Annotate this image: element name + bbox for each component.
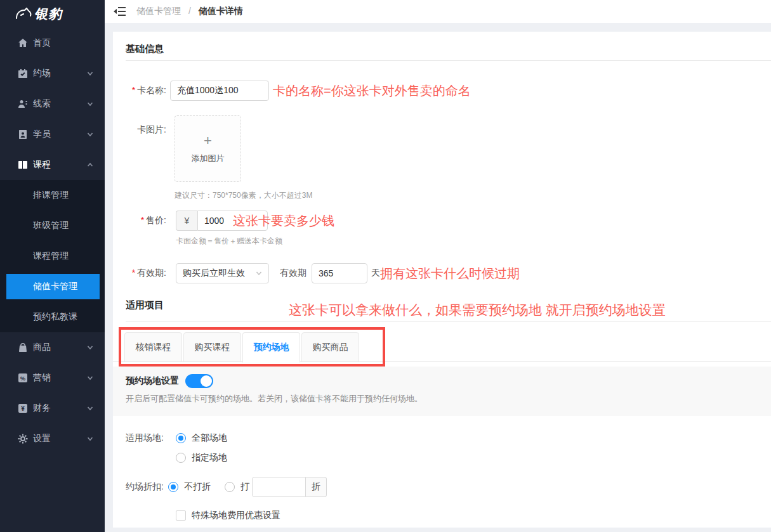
chevron-down-icon [256, 270, 262, 276]
validity-row: *有效期: 购买后立即生效 有效期 天 拥有这张卡什么时候过期 [113, 263, 520, 283]
price-row: *售价: ¥ 这张卡要卖多少钱 [113, 211, 334, 231]
chevron-down-icon [87, 70, 93, 77]
radio-no-discount-label[interactable]: 不打折 [184, 481, 211, 493]
venue-scope-row2: 指定场地 [113, 448, 227, 468]
plus-icon: + [204, 134, 212, 148]
radio-all-venues-label[interactable]: 全部场地 [192, 432, 227, 444]
section-divider [126, 321, 771, 322]
content-card: 基础信息 *卡名称: 卡的名称=你这张卡对外售卖的命名 卡图片: + 添加图片 … [113, 32, 771, 528]
required-asterisk: * [141, 215, 144, 225]
leads-icon [18, 99, 28, 109]
courses-submenu: 排课管理 班级管理 课程管理 储值卡管理 预约私教课 [0, 180, 105, 332]
sidebar-item-finance[interactable]: ¥ 财务 [0, 393, 105, 424]
radio-all-venues[interactable] [176, 433, 186, 443]
sidebar-item-home[interactable]: 首页 [0, 28, 105, 58]
validity-annotation: 拥有这张卡什么时候过期 [380, 265, 520, 282]
tab-label: 购买课程 [195, 342, 230, 353]
sidebar-item-courses[interactable]: 课程 [0, 150, 105, 180]
chevron-down-icon [87, 101, 93, 107]
chevron-down-icon [87, 375, 93, 381]
radio-specific-venues[interactable] [176, 453, 186, 463]
card-image-label: 卡图片: [113, 115, 166, 136]
section-title-applicable: 适用项目 [126, 299, 164, 311]
sidebar-item-marketing[interactable]: % 营销 [0, 363, 105, 393]
breadcrumb-current: 储值卡详情 [199, 6, 243, 16]
sub-item-label: 预约私教课 [33, 311, 77, 323]
chevron-down-icon [87, 405, 93, 412]
finance-icon: ¥ [18, 403, 28, 413]
card-name-input[interactable] [170, 81, 269, 101]
required-asterisk: * [132, 268, 135, 278]
svg-text:¥: ¥ [21, 405, 25, 412]
leopard-logo-icon [15, 7, 32, 21]
sidebar: 银豹 首页 约场 线索 学员 课程 排课管理 班级管理 课程管理 储值卡管理 预… [0, 0, 105, 532]
sidebar-item-booking[interactable]: 约场 [0, 58, 105, 89]
main-area: 储值卡管理 / 储值卡详情 基础信息 *卡名称: 卡的名称=你这张卡对外售卖的命… [105, 0, 771, 532]
price-annotation: 这张卡要卖多少钱 [233, 212, 334, 230]
sidebar-item-label: 设置 [33, 433, 87, 444]
radio-no-discount[interactable] [168, 482, 178, 492]
chevron-down-icon [87, 436, 93, 442]
card-name-row: *卡名称: 卡的名称=你这张卡对外售卖的命名 [113, 81, 471, 101]
special-venue-checkbox-label[interactable]: 特殊场地费用优惠设置 [192, 510, 280, 521]
sidebar-item-label: 营销 [33, 372, 87, 384]
tab-buy-goods[interactable]: 购买商品 [301, 332, 359, 362]
sidebar-item-leads[interactable]: 线索 [0, 89, 105, 119]
radio-discount[interactable] [225, 482, 235, 492]
logo-text: 银豹 [34, 5, 62, 23]
special-venue-checkbox[interactable] [176, 510, 186, 521]
validity-days-input[interactable] [312, 263, 367, 283]
section-title-basic-info: 基础信息 [126, 43, 164, 55]
sub-item-label: 排课管理 [33, 190, 69, 201]
sidebar-item-settings[interactable]: 设置 [0, 424, 105, 454]
validity-label: *有效期: [113, 268, 166, 279]
discount-prefix[interactable]: 打 [241, 481, 249, 493]
sidebar-item-schedule-mgmt[interactable]: 排课管理 [0, 180, 105, 211]
sidebar-item-storedcard-mgmt[interactable]: 储值卡管理 [6, 274, 100, 299]
validity-unit: 天 [371, 268, 380, 279]
discount-label: 约场折扣: [126, 481, 168, 493]
home-icon [18, 38, 28, 48]
sidebar-item-course-mgmt[interactable]: 课程管理 [0, 241, 105, 271]
upload-text: 添加图片 [192, 153, 225, 164]
sidebar-item-label: 线索 [33, 98, 87, 110]
goods-icon [18, 342, 28, 353]
discount-row: 约场折扣: 不打折 打 折 [113, 476, 327, 498]
tab-book-venue[interactable]: 预约场地 [242, 332, 300, 363]
student-icon [18, 129, 28, 139]
chevron-up-icon [87, 162, 93, 168]
sidebar-item-goods[interactable]: 商品 [0, 332, 105, 363]
sidebar-item-students[interactable]: 学员 [0, 119, 105, 150]
settings-gear-icon [18, 434, 28, 444]
discount-input[interactable] [252, 477, 306, 497]
special-setting-row: 特殊场地费用优惠设置 [113, 505, 280, 526]
svg-text:%: % [20, 375, 25, 382]
menu-fold-icon[interactable] [114, 6, 126, 17]
sidebar-item-label: 约场 [33, 68, 87, 79]
tab-label: 核销课程 [136, 342, 171, 353]
upload-image-button[interactable]: + 添加图片 [175, 115, 241, 182]
venue-setting-toggle[interactable] [185, 374, 213, 388]
validity-select[interactable]: 购买后立即生效 [176, 263, 269, 283]
topbar: 储值卡管理 / 储值卡详情 [105, 0, 771, 23]
sidebar-item-label: 财务 [33, 403, 87, 414]
calendar-icon [18, 68, 28, 79]
breadcrumb-parent[interactable]: 储值卡管理 [136, 6, 181, 16]
toggle-knob [201, 375, 212, 387]
currency-prefix: ¥ [176, 211, 197, 231]
sidebar-item-class-mgmt[interactable]: 班级管理 [0, 211, 105, 241]
sub-item-label: 课程管理 [33, 250, 69, 262]
applicable-tabs: 核销课程 购买课程 预约场地 购买商品 [124, 332, 360, 363]
venue-scope-row: 适用场地: 全部场地 [113, 428, 227, 448]
chevron-down-icon [87, 344, 93, 351]
sidebar-item-private-lesson[interactable]: 预约私教课 [0, 302, 105, 332]
tab-label: 预约场地 [254, 342, 289, 353]
sidebar-item-label: 学员 [33, 129, 87, 140]
validity-select-value: 购买后立即生效 [183, 268, 256, 279]
tab-buy-course[interactable]: 购买课程 [183, 332, 241, 362]
radio-specific-venues-label[interactable]: 指定场地 [192, 452, 227, 464]
tab-verify-course[interactable]: 核销课程 [124, 332, 182, 362]
venue-setting-label: 预约场地设置 [126, 375, 179, 387]
discount-unit: 折 [306, 477, 327, 497]
venue-setting-hint: 开启后可配置储值卡可预约的场地。若关闭，该储值卡将不能用于预约任何场地。 [126, 393, 423, 405]
